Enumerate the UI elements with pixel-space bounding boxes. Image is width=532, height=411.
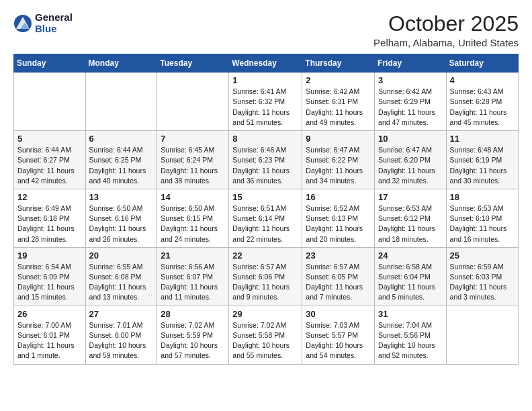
calendar-cell: 30Sunrise: 7:03 AM Sunset: 5:57 PM Dayli… [302, 306, 375, 364]
header-saturday: Saturday [446, 54, 518, 73]
calendar-cell [446, 306, 518, 364]
calendar-cell: 19Sunrise: 6:54 AM Sunset: 6:09 PM Dayli… [14, 247, 86, 306]
location: Pelham, Alabama, United States [373, 37, 519, 48]
day-number: 5 [17, 134, 82, 144]
day-number: 14 [161, 192, 225, 202]
logo-icon [13, 14, 32, 33]
day-number: 19 [17, 250, 82, 261]
calendar-cell: 8Sunrise: 6:46 AM Sunset: 6:23 PM Daylig… [229, 131, 302, 189]
day-number: 4 [450, 75, 515, 85]
day-info: Sunrise: 6:52 AM Sunset: 6:13 PM Dayligh… [306, 203, 371, 244]
day-info: Sunrise: 6:47 AM Sunset: 6:22 PM Dayligh… [306, 145, 371, 186]
weekday-header-row: Sunday Monday Tuesday Wednesday Thursday… [14, 54, 519, 73]
calendar-cell: 23Sunrise: 6:57 AM Sunset: 6:05 PM Dayli… [302, 247, 375, 306]
calendar-cell: 7Sunrise: 6:45 AM Sunset: 6:24 PM Daylig… [157, 131, 229, 189]
day-number: 12 [17, 192, 82, 202]
day-info: Sunrise: 6:46 AM Sunset: 6:23 PM Dayligh… [232, 145, 298, 186]
logo-text: General Blue [35, 12, 73, 34]
page: General Blue October 2025 Pelham, Alabam… [0, 0, 532, 377]
calendar-cell: 9Sunrise: 6:47 AM Sunset: 6:22 PM Daylig… [302, 131, 375, 189]
day-number: 1 [232, 75, 298, 85]
day-number: 15 [232, 192, 298, 202]
calendar-cell: 10Sunrise: 6:47 AM Sunset: 6:20 PM Dayli… [375, 131, 447, 189]
calendar-cell: 14Sunrise: 6:50 AM Sunset: 6:15 PM Dayli… [157, 189, 229, 247]
day-info: Sunrise: 6:57 AM Sunset: 6:05 PM Dayligh… [306, 262, 371, 303]
day-number: 16 [306, 192, 371, 202]
calendar-cell: 22Sunrise: 6:57 AM Sunset: 6:06 PM Dayli… [229, 247, 302, 306]
calendar-cell [14, 73, 86, 131]
calendar-cell: 2Sunrise: 6:42 AM Sunset: 6:31 PM Daylig… [302, 73, 375, 131]
header-friday: Friday [375, 54, 447, 73]
calendar-cell: 16Sunrise: 6:52 AM Sunset: 6:13 PM Dayli… [302, 189, 375, 247]
logo: General Blue [13, 12, 73, 34]
calendar-week-row: 19Sunrise: 6:54 AM Sunset: 6:09 PM Dayli… [14, 247, 519, 306]
day-number: 2 [306, 75, 371, 85]
day-info: Sunrise: 6:53 AM Sunset: 6:10 PM Dayligh… [450, 203, 515, 244]
calendar-cell: 29Sunrise: 7:02 AM Sunset: 5:58 PM Dayli… [229, 306, 302, 364]
calendar-cell [85, 73, 157, 131]
day-number: 29 [232, 309, 298, 319]
day-number: 22 [232, 250, 298, 261]
calendar-cell: 24Sunrise: 6:58 AM Sunset: 6:04 PM Dayli… [375, 247, 447, 306]
day-info: Sunrise: 6:42 AM Sunset: 6:29 PM Dayligh… [378, 87, 443, 128]
calendar-cell: 1Sunrise: 6:41 AM Sunset: 6:32 PM Daylig… [229, 73, 302, 131]
month-title: October 2025 [373, 12, 519, 36]
day-number: 25 [450, 250, 515, 261]
day-info: Sunrise: 7:02 AM Sunset: 5:58 PM Dayligh… [232, 320, 298, 361]
day-info: Sunrise: 6:53 AM Sunset: 6:12 PM Dayligh… [378, 203, 443, 244]
day-info: Sunrise: 6:57 AM Sunset: 6:06 PM Dayligh… [232, 262, 298, 303]
header-wednesday: Wednesday [229, 54, 302, 73]
day-number: 26 [17, 309, 82, 319]
day-info: Sunrise: 7:04 AM Sunset: 5:56 PM Dayligh… [378, 320, 443, 361]
day-number: 13 [89, 192, 154, 202]
calendar-cell: 27Sunrise: 7:01 AM Sunset: 6:00 PM Dayli… [85, 306, 157, 364]
calendar-cell: 4Sunrise: 6:43 AM Sunset: 6:28 PM Daylig… [446, 73, 518, 131]
header-thursday: Thursday [302, 54, 375, 73]
calendar-week-row: 1Sunrise: 6:41 AM Sunset: 6:32 PM Daylig… [14, 73, 519, 131]
calendar-cell: 31Sunrise: 7:04 AM Sunset: 5:56 PM Dayli… [375, 306, 447, 364]
day-info: Sunrise: 7:00 AM Sunset: 6:01 PM Dayligh… [17, 320, 82, 361]
day-number: 20 [89, 250, 154, 261]
day-number: 27 [89, 309, 154, 319]
calendar-cell: 6Sunrise: 6:44 AM Sunset: 6:25 PM Daylig… [85, 131, 157, 189]
day-info: Sunrise: 6:59 AM Sunset: 6:03 PM Dayligh… [450, 262, 515, 303]
day-info: Sunrise: 6:41 AM Sunset: 6:32 PM Dayligh… [232, 87, 298, 128]
day-info: Sunrise: 6:43 AM Sunset: 6:28 PM Dayligh… [450, 87, 515, 128]
day-info: Sunrise: 6:50 AM Sunset: 6:15 PM Dayligh… [161, 203, 225, 244]
calendar-cell: 17Sunrise: 6:53 AM Sunset: 6:12 PM Dayli… [375, 189, 447, 247]
calendar-cell: 13Sunrise: 6:50 AM Sunset: 6:16 PM Dayli… [85, 189, 157, 247]
calendar-week-row: 26Sunrise: 7:00 AM Sunset: 6:01 PM Dayli… [14, 306, 519, 364]
calendar-cell: 12Sunrise: 6:49 AM Sunset: 6:18 PM Dayli… [14, 189, 86, 247]
calendar-week-row: 5Sunrise: 6:44 AM Sunset: 6:27 PM Daylig… [14, 131, 519, 189]
day-number: 10 [378, 134, 443, 144]
day-info: Sunrise: 6:51 AM Sunset: 6:14 PM Dayligh… [232, 203, 298, 244]
day-number: 8 [232, 134, 298, 144]
day-number: 28 [161, 309, 225, 319]
day-number: 21 [161, 250, 225, 261]
logo-blue-text: Blue [35, 24, 73, 35]
logo-general-text: General [35, 12, 73, 24]
day-info: Sunrise: 6:44 AM Sunset: 6:27 PM Dayligh… [17, 145, 82, 186]
day-info: Sunrise: 7:02 AM Sunset: 5:59 PM Dayligh… [161, 320, 225, 361]
calendar-cell: 25Sunrise: 6:59 AM Sunset: 6:03 PM Dayli… [446, 247, 518, 306]
day-info: Sunrise: 6:56 AM Sunset: 6:07 PM Dayligh… [161, 262, 225, 303]
calendar-cell: 26Sunrise: 7:00 AM Sunset: 6:01 PM Dayli… [14, 306, 86, 364]
calendar-cell: 5Sunrise: 6:44 AM Sunset: 6:27 PM Daylig… [14, 131, 86, 189]
day-info: Sunrise: 6:45 AM Sunset: 6:24 PM Dayligh… [161, 145, 225, 186]
day-info: Sunrise: 6:58 AM Sunset: 6:04 PM Dayligh… [378, 262, 443, 303]
calendar-cell: 11Sunrise: 6:48 AM Sunset: 6:19 PM Dayli… [446, 131, 518, 189]
day-info: Sunrise: 7:01 AM Sunset: 6:00 PM Dayligh… [89, 320, 154, 361]
day-number: 11 [450, 134, 515, 144]
day-number: 3 [378, 75, 443, 85]
header-monday: Monday [85, 54, 157, 73]
calendar-week-row: 12Sunrise: 6:49 AM Sunset: 6:18 PM Dayli… [14, 189, 519, 247]
calendar-cell [157, 73, 229, 131]
day-number: 6 [89, 134, 154, 144]
header-sunday: Sunday [14, 54, 86, 73]
day-number: 30 [306, 309, 371, 319]
day-number: 23 [306, 250, 371, 261]
day-info: Sunrise: 6:48 AM Sunset: 6:19 PM Dayligh… [450, 145, 515, 186]
day-info: Sunrise: 6:42 AM Sunset: 6:31 PM Dayligh… [306, 87, 371, 128]
day-number: 31 [378, 309, 443, 319]
calendar-cell: 3Sunrise: 6:42 AM Sunset: 6:29 PM Daylig… [375, 73, 447, 131]
